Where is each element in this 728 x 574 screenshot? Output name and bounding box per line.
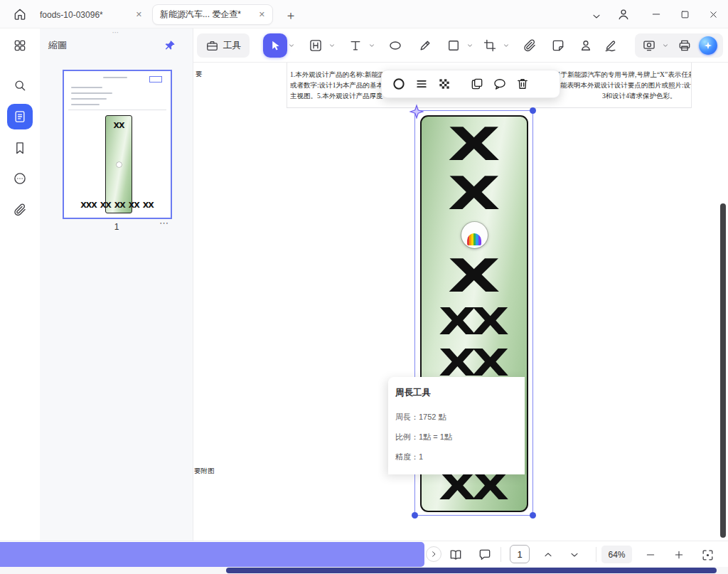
select-tool-chevron[interactable] [288, 42, 295, 49]
circle-shape-icon [392, 77, 406, 91]
print-button[interactable] [675, 36, 695, 55]
zoom-in-button[interactable] [670, 546, 687, 563]
screen-record-button[interactable] [639, 36, 659, 55]
expand-banner-button[interactable] [426, 546, 441, 562]
tools-label: 工具 [223, 39, 242, 52]
statusbar-divider [500, 547, 501, 562]
window-maximize-button[interactable] [674, 5, 695, 23]
plate-logo-image [461, 222, 488, 248]
attachments-button[interactable] [7, 197, 33, 223]
thumbnail-panel-title: 縮圖 [48, 39, 67, 52]
plate-logo-colors [467, 233, 481, 245]
chevron-up-icon [542, 549, 554, 560]
stamp-tool-button[interactable] [576, 36, 596, 55]
selection-handle-bottom-left[interactable] [412, 512, 418, 519]
form-border-line [691, 63, 692, 108]
tab-close-icon[interactable]: ✕ [259, 10, 265, 19]
ellipse-tool-button[interactable] [385, 36, 405, 55]
tab-title: 新能源汽车... 爱企查* [160, 9, 253, 21]
tab-close-icon[interactable]: ✕ [136, 10, 142, 19]
previous-page-button[interactable] [540, 546, 557, 563]
signature-icon [604, 38, 618, 53]
window-minimize-button[interactable] [646, 5, 667, 23]
page-number-input[interactable] [510, 545, 530, 563]
heading-tool-button[interactable] [306, 36, 326, 55]
add-comment-button[interactable] [488, 73, 511, 95]
heading-icon [309, 38, 323, 53]
window-close-button[interactable] [702, 5, 724, 23]
rectangle-tool-button[interactable] [444, 36, 464, 55]
document-icon [13, 110, 27, 124]
home-icon [13, 7, 27, 21]
ai-assistant-button[interactable] [699, 36, 717, 55]
pin-panel-button[interactable] [162, 38, 178, 53]
mini-stamp-box [149, 76, 162, 83]
chevron-right-icon [429, 549, 439, 559]
plate-character: XX [439, 304, 509, 339]
select-tool-button-active[interactable] [263, 33, 287, 58]
close-icon [708, 9, 719, 20]
text-tool-chevron[interactable] [368, 42, 375, 49]
shape-circle-button[interactable] [387, 73, 410, 95]
new-tab-button[interactable]: ＋ [282, 6, 300, 24]
form-border-line [287, 63, 287, 108]
line-style-button[interactable] [410, 73, 433, 95]
toolbox-icon [205, 39, 219, 53]
apps-grid-button[interactable] [7, 33, 33, 58]
record-chevron[interactable] [662, 42, 669, 49]
signature-tool-button[interactable] [601, 36, 621, 55]
pen-tool-button[interactable] [415, 36, 435, 55]
crop-tool-chevron[interactable] [503, 42, 510, 49]
copy-icon [470, 77, 484, 91]
tab-foods-document[interactable]: foods-10-03096* ✕ [33, 4, 149, 25]
rectangle-tool-chevron[interactable] [466, 42, 473, 49]
perimeter-stat-row: 比例：1點 = 1點 [395, 432, 518, 442]
selection-context-toolbar [381, 70, 560, 98]
attach-file-tool-button[interactable] [520, 36, 540, 55]
titlebar: foods-10-03096* ✕ 新能源汽车... 爱企查* ✕ ＋ [0, 0, 728, 28]
sticker-tool-button[interactable] [548, 36, 568, 55]
mini-text-bar [71, 98, 107, 100]
plus-icon [673, 549, 685, 560]
read-mode-button[interactable] [447, 546, 464, 563]
comments-button[interactable] [7, 166, 33, 191]
page-thumbnail[interactable]: XX XXXXXXXXXXX [63, 70, 172, 219]
mini-divider [68, 110, 166, 110]
opacity-pattern-button[interactable] [433, 73, 456, 95]
next-page-button[interactable] [566, 546, 583, 563]
home-button[interactable] [11, 5, 29, 23]
plate-character: X [448, 173, 500, 216]
crop-tool-button[interactable] [480, 36, 500, 55]
bottom-purple-banner[interactable] [0, 542, 424, 567]
pages-panel-button-active[interactable] [7, 104, 33, 129]
mini-plate-character: XX [114, 201, 129, 210]
grid-icon [13, 38, 27, 53]
fit-to-screen-button[interactable] [699, 546, 716, 563]
bookmarks-button[interactable] [7, 135, 33, 161]
minus-icon [645, 549, 656, 560]
patent-description-line3-right: 3和设计4请求保护色彩。 [602, 91, 691, 101]
panel-drag-handle[interactable]: ⋯ [40, 28, 193, 36]
thumbnail-more-button[interactable]: ⋯ [159, 218, 169, 228]
account-button[interactable] [614, 5, 633, 23]
zoom-level-button[interactable]: 64% [601, 546, 632, 563]
delete-button[interactable] [511, 73, 534, 95]
search-button[interactable] [7, 73, 33, 98]
text-tool-button[interactable] [346, 36, 365, 55]
annotations-list-button[interactable] [476, 546, 493, 563]
duplicate-button[interactable] [466, 73, 488, 95]
zoom-out-button[interactable] [642, 546, 659, 563]
tab-list-chevron[interactable] [587, 7, 606, 26]
tools-menu-button[interactable]: 工具 [197, 33, 250, 58]
tab-patent-document-active[interactable]: 新能源汽车... 爱企查* ✕ [152, 4, 273, 25]
horizontal-scrollbar[interactable] [226, 568, 717, 573]
perimeter-panel-title: 周長工具 [395, 387, 518, 399]
perimeter-stat-row: 周長：1752 點 [395, 412, 518, 422]
comment-bubble-icon [493, 77, 507, 91]
patent-description-line2-right: 能表明本外观设计设计要点的图片或照片:设计1 [560, 80, 691, 90]
selection-handle-top-right[interactable] [530, 107, 536, 114]
heading-tool-chevron[interactable] [328, 42, 336, 49]
selection-handle-bottom-right[interactable] [530, 512, 536, 519]
vertical-scrollbar[interactable] [720, 203, 726, 538]
sticker-icon [551, 38, 565, 53]
